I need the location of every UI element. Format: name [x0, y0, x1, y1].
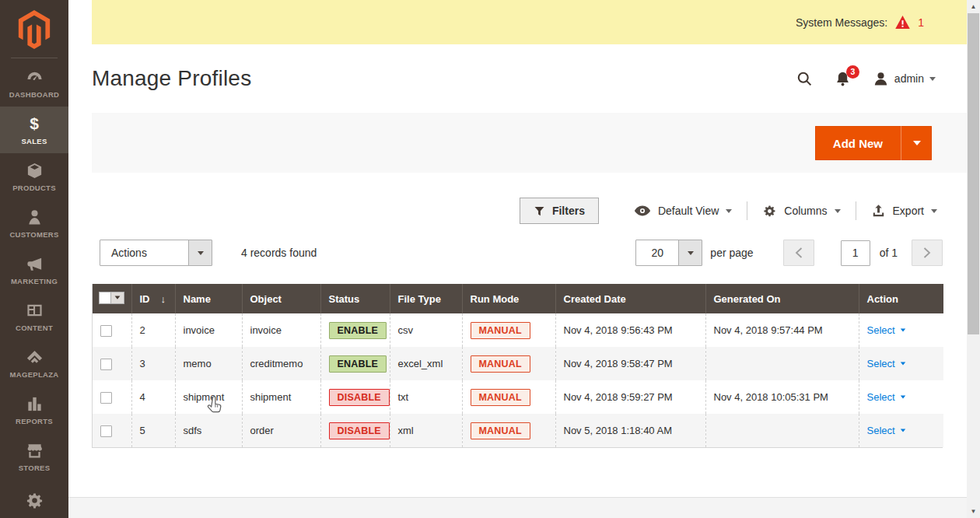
- dashboard-icon: [26, 68, 44, 86]
- admin-menu[interactable]: admin: [873, 71, 936, 87]
- cell-generated-on: Nov 4, 2018 10:05:31 PM: [705, 380, 859, 414]
- status-badge: ENABLE: [329, 322, 387, 339]
- actions-dropdown[interactable]: Actions: [100, 240, 212, 266]
- cell-name: sdfs: [175, 414, 242, 447]
- content-icon: [26, 301, 44, 320]
- sidebar-item-marketing[interactable]: MARKETING: [0, 247, 68, 293]
- column-header-run-mode[interactable]: Run Mode: [462, 284, 555, 313]
- sidebar-item-content[interactable]: CONTENT: [0, 293, 68, 340]
- grid-controls: Actions 4 records found 20 per page of 1: [92, 240, 943, 266]
- sort-asc-icon: ↓: [161, 293, 166, 305]
- cell-name: memo: [175, 347, 242, 380]
- table-row: 2 invoice invoice ENABLE csv MANUAL Nov …: [93, 313, 943, 347]
- actions-dropdown-value: Actions: [100, 240, 188, 265]
- cell-created-date: Nov 4, 2018 9:58:47 PM: [555, 347, 705, 380]
- table-row: 3 memo creditmemo ENABLE excel_xml MANUA…: [93, 347, 943, 380]
- system-messages-bar[interactable]: System Messages: 1: [92, 0, 967, 44]
- search-icon[interactable]: [796, 71, 813, 87]
- chevron-down-icon: [913, 141, 921, 145]
- per-page-value: 20: [636, 240, 678, 265]
- column-header-created-date[interactable]: Created Date: [555, 284, 705, 313]
- chevron-down-icon: [929, 77, 936, 81]
- cell-file-type: excel_xml: [390, 347, 462, 380]
- column-header-name[interactable]: Name: [175, 284, 242, 313]
- magento-logo[interactable]: [0, 0, 68, 58]
- vertical-scrollbar[interactable]: ▲ ▼: [967, 0, 980, 518]
- column-header-object[interactable]: Object: [242, 284, 320, 313]
- row-action-select[interactable]: Select: [867, 358, 906, 369]
- sidebar-item-customers[interactable]: CUSTOMERS: [0, 200, 68, 247]
- chevron-right-icon: [923, 247, 931, 258]
- view-selector[interactable]: Default View: [619, 202, 747, 219]
- page-title: Manage Profiles: [92, 66, 251, 91]
- marketing-icon: [26, 254, 44, 273]
- stores-icon: [26, 441, 44, 460]
- column-header-generated-on[interactable]: Generated On: [705, 284, 859, 313]
- cell-created-date: Nov 4, 2018 9:56:43 PM: [555, 313, 705, 347]
- export-control[interactable]: Export: [856, 204, 943, 219]
- column-header-id[interactable]: ID ↓: [131, 284, 175, 313]
- sidebar-item-stores[interactable]: STORES: [0, 433, 68, 480]
- next-page-button[interactable]: [912, 240, 943, 266]
- gear-icon: [762, 204, 777, 219]
- records-found-text: 4 records found: [241, 247, 317, 259]
- columns-control[interactable]: Columns: [747, 204, 855, 219]
- scroll-up-icon[interactable]: ▲: [967, 0, 980, 13]
- select-all-dropdown[interactable]: [111, 292, 124, 304]
- table-row: 4 shipment shipment DISABLE txt MANUAL N…: [93, 380, 943, 414]
- admin-username: admin: [894, 72, 924, 85]
- row-checkbox[interactable]: [100, 325, 112, 337]
- page-number-input[interactable]: [841, 240, 870, 266]
- chevron-down-icon: [188, 240, 212, 265]
- previous-page-button[interactable]: [783, 240, 814, 266]
- sidebar-item-mageplaza[interactable]: MAGEPLAZA: [0, 340, 68, 387]
- cell-generated-on: [705, 414, 859, 447]
- cell-object: order: [242, 414, 320, 447]
- select-label: Select: [867, 425, 895, 436]
- sidebar-item-system[interactable]: [0, 480, 68, 518]
- status-badge: DISABLE: [329, 422, 390, 439]
- per-page-label: per page: [710, 247, 753, 259]
- column-header-file-type[interactable]: File Type: [390, 284, 462, 313]
- user-icon: [873, 71, 889, 87]
- chevron-down-icon: [900, 429, 905, 432]
- select-all-header: [93, 284, 131, 313]
- system-gear-icon: [26, 491, 44, 509]
- row-checkbox[interactable]: [100, 425, 112, 437]
- total-pages-label: of 1: [880, 247, 898, 259]
- reports-icon: [26, 394, 44, 413]
- notifications-bell-icon[interactable]: 3: [835, 71, 851, 87]
- select-all-checkbox[interactable]: [99, 292, 111, 304]
- per-page-dropdown[interactable]: 20: [635, 240, 702, 266]
- scrollbar-thumb[interactable]: [968, 13, 979, 334]
- filters-button[interactable]: Filters: [520, 198, 599, 224]
- column-header-status[interactable]: Status: [320, 284, 390, 313]
- chevron-down-icon: [835, 209, 841, 213]
- sidebar-item-reports[interactable]: REPORTS: [0, 387, 68, 433]
- row-checkbox[interactable]: [100, 392, 112, 404]
- cell-object: invoice: [242, 313, 320, 347]
- view-selector-label: Default View: [658, 205, 719, 217]
- select-label: Select: [867, 358, 895, 369]
- cell-created-date: Nov 5, 2018 1:18:40 AM: [555, 414, 705, 447]
- add-new-button[interactable]: Add New: [815, 126, 932, 160]
- row-action-select[interactable]: Select: [867, 425, 906, 436]
- select-label: Select: [867, 324, 895, 336]
- system-messages-count: 1: [918, 16, 924, 29]
- sidebar-item-products[interactable]: PRODUCTS: [0, 153, 68, 200]
- row-checkbox[interactable]: [100, 359, 112, 370]
- system-messages-label: System Messages:: [796, 16, 887, 29]
- export-icon: [871, 204, 886, 219]
- add-new-dropdown-toggle[interactable]: [901, 126, 932, 160]
- chevron-left-icon: [795, 247, 803, 258]
- sidebar-item-sales[interactable]: $ SALES: [0, 107, 68, 153]
- run-mode-badge: MANUAL: [471, 355, 530, 373]
- row-action-select[interactable]: Select: [867, 324, 906, 336]
- filter-funnel-icon: [534, 205, 545, 217]
- mageplaza-icon: [26, 348, 44, 366]
- sidebar-item-dashboard[interactable]: DASHBOARD: [0, 60, 68, 107]
- column-header-action[interactable]: Action: [859, 284, 943, 313]
- select-all-control[interactable]: [99, 292, 124, 304]
- scroll-down-icon[interactable]: ▼: [967, 505, 980, 518]
- row-action-select[interactable]: Select: [867, 391, 906, 403]
